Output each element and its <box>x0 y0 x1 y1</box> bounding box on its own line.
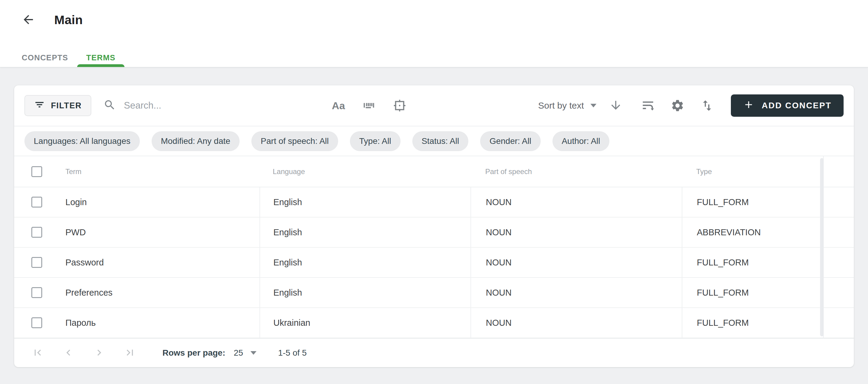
add-concept-label: ADD CONCEPT <box>762 101 832 110</box>
terms-table: Term Language Part of speech Type Login <box>14 156 854 338</box>
tabs: CONCEPTS TERMS <box>13 48 124 67</box>
cell-term: Preferences <box>65 288 113 298</box>
focus-frame-icon[interactable] <box>393 99 407 113</box>
row-checkbox[interactable] <box>31 287 42 298</box>
cell-term: PWD <box>65 228 86 237</box>
chevron-left-icon <box>62 347 74 360</box>
back-button[interactable] <box>20 11 37 28</box>
cell-language: Ukrainian <box>273 318 310 328</box>
cell-type: FULL_FORM <box>697 197 749 207</box>
table-row[interactable]: Login English NOUN FULL_FORM <box>14 187 854 217</box>
active-tab-indicator <box>77 64 124 67</box>
cell-term: Пароль <box>65 318 96 328</box>
cell-language: English <box>273 197 302 207</box>
column-header-language: Language <box>273 168 305 176</box>
rows-per-page-value[interactable]: 25 <box>234 348 243 358</box>
vertical-scrollbar[interactable] <box>820 158 824 336</box>
arrow-back-icon <box>22 13 35 27</box>
table-row[interactable]: Пароль Ukrainian NOUN FULL_FORM <box>14 308 854 338</box>
column-header-part-of-speech: Part of speech <box>485 168 532 176</box>
header-cell-type: Type <box>682 156 823 187</box>
row-checkbox[interactable] <box>31 257 42 268</box>
pagination-bar: Rows per page: 25 1-5 of 5 <box>14 338 854 367</box>
filter-button-label: FILTER <box>51 101 82 110</box>
filter-chips-row: Languages: All languages Modified: Any d… <box>14 126 854 156</box>
previous-page-button[interactable] <box>62 347 74 360</box>
pagination-range: 1-5 of 5 <box>278 348 307 358</box>
toolbar-actions <box>641 99 714 113</box>
cell-type: FULL_FORM <box>697 318 749 328</box>
barcode-icon[interactable] <box>362 99 376 113</box>
last-page-icon <box>124 347 136 360</box>
cell-type: FULL_FORM <box>697 288 749 298</box>
filter-list-icon <box>34 99 45 112</box>
cell-language: English <box>273 288 302 298</box>
search-icon <box>103 99 116 113</box>
search-box <box>103 99 332 113</box>
row-checkbox[interactable] <box>31 227 42 238</box>
cell-language: English <box>273 228 302 237</box>
cell-term: Login <box>65 197 87 207</box>
chevron-right-icon <box>93 347 105 360</box>
chip-status[interactable]: Status: All <box>412 131 469 151</box>
pager-buttons <box>14 347 136 360</box>
filter-button[interactable]: FILTER <box>24 95 91 116</box>
plus-icon <box>743 99 754 113</box>
header-cell-term: Term <box>14 156 259 187</box>
table-header-row: Term Language Part of speech Type <box>14 156 854 187</box>
search-options: Aa <box>332 99 406 113</box>
wrap-text-icon[interactable] <box>641 99 655 113</box>
rows-per-page-label: Rows per page: <box>162 348 225 358</box>
table-row[interactable]: PWD English NOUN ABBREVIATION <box>14 217 854 248</box>
tab-concepts[interactable]: CONCEPTS <box>13 48 77 67</box>
cell-part-of-speech: NOUN <box>486 228 512 237</box>
header-cell-language: Language <box>259 156 470 187</box>
cell-part-of-speech: NOUN <box>486 288 512 298</box>
page-title: Main <box>54 13 83 27</box>
cell-type: ABBREVIATION <box>697 228 761 237</box>
column-header-term: Term <box>65 168 82 176</box>
terms-card: FILTER Aa <box>14 85 854 367</box>
match-case-icon[interactable]: Aa <box>332 100 345 112</box>
column-header-type: Type <box>696 168 712 176</box>
rows-per-page-caret-icon[interactable] <box>250 351 256 355</box>
arrow-downward-icon <box>609 99 622 113</box>
chip-part-of-speech[interactable]: Part of speech: All <box>251 131 338 151</box>
tab-concepts-label: CONCEPTS <box>22 53 68 62</box>
next-page-button[interactable] <box>93 347 105 360</box>
cell-part-of-speech: NOUN <box>486 318 512 328</box>
sort-select[interactable]: Sort by text <box>538 100 597 111</box>
app-header: Main CONCEPTS TERMS <box>0 0 868 67</box>
chevron-down-icon <box>590 104 596 108</box>
row-checkbox[interactable] <box>31 317 42 328</box>
row-checkbox[interactable] <box>31 197 42 208</box>
cell-part-of-speech: NOUN <box>486 258 512 268</box>
tab-terms-label: TERMS <box>86 53 116 62</box>
chip-modified[interactable]: Modified: Any date <box>152 131 240 151</box>
import-export-icon[interactable] <box>700 99 714 113</box>
first-page-button[interactable] <box>32 347 44 360</box>
table-row[interactable]: Preferences English NOUN FULL_FORM <box>14 278 854 308</box>
first-page-icon <box>32 347 44 360</box>
tab-terms[interactable]: TERMS <box>77 48 124 67</box>
search-input[interactable] <box>124 100 332 111</box>
toolbar: FILTER Aa <box>14 85 854 126</box>
cell-language: English <box>273 258 302 268</box>
cell-type: FULL_FORM <box>697 258 749 268</box>
cell-part-of-speech: NOUN <box>486 197 512 207</box>
sort-direction-button[interactable] <box>609 99 622 113</box>
content: FILTER Aa <box>0 67 868 367</box>
chip-author[interactable]: Author: All <box>553 131 610 151</box>
add-concept-button[interactable]: ADD CONCEPT <box>731 94 844 117</box>
sort-label: Sort by text <box>538 100 584 111</box>
gear-icon[interactable] <box>671 99 684 113</box>
header-cell-part-of-speech: Part of speech <box>470 156 682 187</box>
chip-type[interactable]: Type: All <box>350 131 401 151</box>
select-all-checkbox[interactable] <box>31 166 42 177</box>
cell-term: Password <box>65 258 104 268</box>
chip-gender[interactable]: Gender: All <box>480 131 541 151</box>
chip-languages[interactable]: Languages: All languages <box>24 131 140 151</box>
table-row[interactable]: Password English NOUN FULL_FORM <box>14 248 854 278</box>
title-row: Main <box>0 0 868 28</box>
last-page-button[interactable] <box>124 347 136 360</box>
